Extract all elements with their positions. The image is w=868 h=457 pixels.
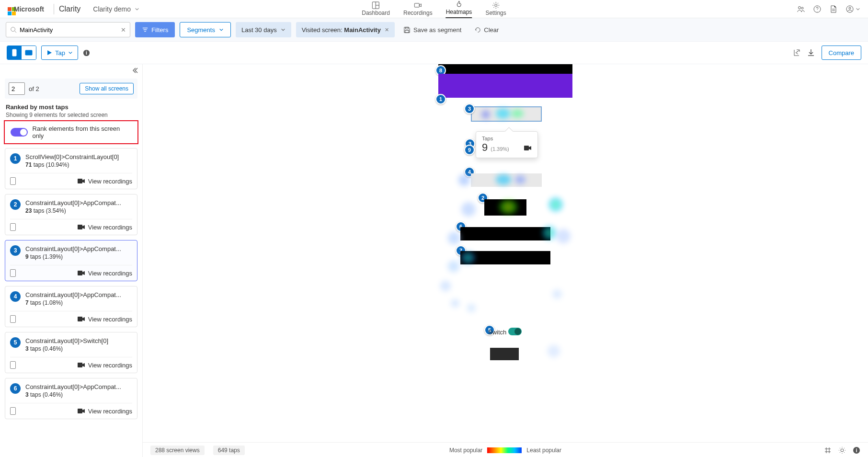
marker-9[interactable]: 9	[464, 145, 475, 155]
view-recordings-link[interactable]: View recordings	[78, 408, 132, 415]
svg-rect-16	[405, 30, 409, 33]
search-icon	[10, 26, 17, 33]
phone-icon[interactable]	[10, 361, 16, 369]
document-icon[interactable]	[830, 5, 837, 13]
info-icon[interactable]: i	[853, 446, 860, 454]
collapse-sidebar-icon[interactable]	[132, 67, 138, 74]
screen-number-input[interactable]	[9, 82, 25, 95]
element-card[interactable]: 5 ConstraintLayout[0]>Switch[0] 3 taps (…	[5, 332, 137, 373]
marker-3[interactable]: 3	[464, 103, 475, 114]
dashboard-icon	[372, 1, 380, 9]
account-menu[interactable]	[846, 5, 860, 13]
view-recordings-link[interactable]: View recordings	[78, 224, 132, 231]
show-all-screens-button[interactable]: Show all screens	[80, 83, 134, 94]
chevron-down-icon	[856, 7, 860, 11]
landscape-button[interactable]	[22, 46, 36, 59]
svg-point-28	[841, 449, 844, 452]
undo-icon	[474, 26, 481, 34]
heatmap-type-selector[interactable]: Tap	[41, 46, 78, 60]
portrait-button[interactable]	[7, 46, 22, 59]
switch-control	[508, 328, 522, 335]
brightness-icon[interactable]	[838, 446, 846, 454]
tooltip-value: 9	[482, 141, 488, 154]
svg-point-4	[495, 4, 497, 6]
view-recordings-link[interactable]: View recordings	[78, 362, 132, 369]
rank-badge: 1	[10, 153, 21, 164]
element-name: ConstraintLayout[0]>AppCompat...	[25, 245, 132, 252]
nav-recordings[interactable]: Recordings	[403, 1, 433, 18]
marker-1[interactable]: 1	[435, 94, 446, 104]
visited-screen-chip[interactable]: Visited screen: MainActivity ✕	[296, 22, 395, 37]
remove-chip-icon[interactable]: ✕	[385, 27, 389, 33]
heatmap-canvas-wrap: 8 1 3 Taps 9 (1.39%) 3	[143, 64, 868, 457]
compare-button[interactable]: Compare	[822, 46, 861, 60]
save-icon	[403, 26, 411, 34]
info-icon[interactable]: i	[83, 49, 90, 57]
clear-search-icon[interactable]: ✕	[121, 26, 126, 34]
nav-heatmaps[interactable]: Heatmaps	[446, 0, 472, 18]
element-card[interactable]: 1 ScrollView[0]>ConstraintLayout[0] 71 t…	[5, 148, 137, 189]
header-actions	[797, 5, 860, 13]
main-nav: Dashboard Recordings Heatmaps Settings	[362, 0, 506, 18]
main-content: of 2 Show all screens Ranked by most tap…	[0, 64, 868, 457]
chevron-down-icon	[281, 27, 286, 32]
phone-icon[interactable]	[10, 223, 16, 231]
element-card[interactable]: 4 ConstraintLayout[0]>AppCompat... 7 tap…	[5, 286, 137, 327]
rank-badge: 4	[10, 291, 21, 302]
element-stats: 7 taps (1.08%)	[25, 299, 132, 306]
view-recordings-link[interactable]: View recordings	[78, 270, 132, 277]
chevron-down-icon	[219, 27, 224, 32]
phone-icon[interactable]	[10, 177, 16, 185]
element-stats: 3 taps (0.46%)	[25, 391, 132, 398]
rank-title: Ranked by most taps	[6, 103, 137, 111]
phone-icon[interactable]	[10, 315, 16, 323]
share-icon[interactable]	[793, 49, 800, 57]
filters-button[interactable]: Filters	[135, 22, 175, 37]
heatmap-legend: Most popular Least popular	[449, 447, 561, 454]
element-name: ConstraintLayout[0]>AppCompat...	[25, 291, 132, 298]
element-name: ScrollView[0]>ConstraintLayout[0]	[25, 153, 132, 160]
element-card[interactable]: 3 ConstraintLayout[0]>AppCompat... 9 tap…	[5, 240, 137, 281]
elements-sidebar: of 2 Show all screens Ranked by most tap…	[0, 64, 143, 457]
tooltip-label: Taps	[482, 136, 532, 141]
element-list[interactable]: 1 ScrollView[0]>ConstraintLayout[0] 71 t…	[0, 148, 142, 457]
landscape-icon	[25, 50, 33, 56]
video-icon[interactable]	[524, 145, 532, 151]
element-stats: 3 taps (0.46%)	[25, 345, 132, 352]
people-icon[interactable]	[797, 5, 805, 13]
svg-rect-26	[78, 409, 82, 413]
phone-icon[interactable]	[10, 407, 16, 415]
save-segment-button[interactable]: Save as segment	[400, 26, 465, 34]
phone-icon[interactable]	[10, 269, 16, 277]
view-recordings-link[interactable]: View recordings	[78, 178, 132, 185]
svg-rect-23	[78, 271, 82, 275]
nav-settings[interactable]: Settings	[485, 1, 506, 18]
clear-filters-button[interactable]: Clear	[470, 26, 503, 34]
element-stats: 23 taps (3.54%)	[25, 207, 132, 214]
rank-badge: 6	[10, 383, 21, 394]
search-input[interactable]	[20, 26, 118, 34]
nav-dashboard[interactable]: Dashboard	[362, 1, 390, 18]
help-icon[interactable]	[813, 5, 821, 13]
video-icon	[78, 224, 85, 230]
microsoft-label: Microsoft	[14, 5, 44, 13]
element-card[interactable]: 6 ConstraintLayout[0]>AppCompat... 3 tap…	[5, 378, 137, 419]
download-icon[interactable]	[807, 49, 815, 57]
toggle-label: Rank elements from this screen only	[33, 125, 132, 139]
svg-text:i: i	[856, 447, 857, 453]
app-header: Microsoft Clarity Clarity demo Dashboard…	[0, 0, 868, 18]
search-input-wrapper[interactable]: ✕	[6, 22, 130, 37]
chevron-down-icon	[135, 7, 139, 11]
portrait-icon	[12, 49, 17, 57]
rank-scope-toggle[interactable]	[11, 128, 28, 137]
rank-header: Ranked by most taps Showing 9 elements f…	[0, 103, 142, 118]
element-card[interactable]: 2 ConstraintLayout[0]>AppCompat... 23 ta…	[5, 194, 137, 235]
grid-icon[interactable]	[824, 446, 832, 454]
date-range-chip[interactable]: Last 30 days	[236, 22, 291, 37]
video-icon	[78, 270, 85, 276]
view-recordings-link[interactable]: View recordings	[78, 316, 132, 323]
toolbar-right: Compare	[793, 46, 861, 60]
heatmap-canvas[interactable]: 8 1 3 Taps 9 (1.39%) 3	[143, 64, 868, 442]
segments-button[interactable]: Segments	[180, 22, 231, 37]
project-selector[interactable]: Clarity demo	[93, 5, 139, 13]
